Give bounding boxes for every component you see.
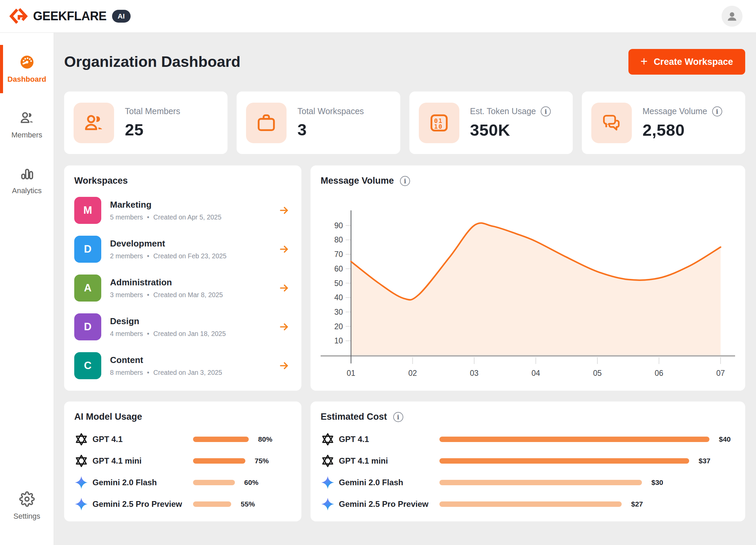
workspace-members: 2 members [110,252,143,260]
workspace-meta: 3 members • Created on Mar 8, 2025 [110,291,223,299]
workspace-avatar: D [74,313,101,340]
svg-text:70: 70 [334,250,343,259]
svg-text:04: 04 [532,369,540,378]
stat-value: 3 [297,120,364,139]
model-bar [193,458,245,464]
workspace-row[interactable]: D Design 4 members • Created on Jan 18, … [74,313,291,340]
info-icon[interactable] [541,106,551,116]
model-usage-card: AI Model Usage GPT 4.1 80% GPT 4.1 mini … [64,401,301,521]
arrow-right-icon [278,360,290,371]
workspace-meta: 5 members • Created on Apr 5, 2025 [110,213,221,221]
svg-text:40: 40 [334,293,343,302]
workspace-open-button[interactable] [277,359,291,373]
gemini-icon [321,497,339,511]
info-icon[interactable] [400,176,410,186]
svg-text:10: 10 [334,336,343,345]
arrow-right-icon [278,282,290,294]
svg-text:01: 01 [347,369,355,378]
model-bar-value: 60% [244,478,259,487]
workspace-open-button[interactable] [277,320,291,334]
sidebar: Dashboard Members Analytics Settings [0,33,54,545]
workspace-name: Marketing [110,200,221,210]
workspace-meta: 4 members • Created on Jan 18, 2025 [110,330,226,338]
stat-label: Total Workspaces [297,106,364,116]
create-workspace-button[interactable]: + Create Workspace [628,49,745,75]
info-icon[interactable] [712,106,722,116]
message-volume-card: Message Volume 1020304050607080900102030… [310,165,745,391]
dot-separator: • [147,330,150,338]
stat-value: 350K [470,121,551,139]
plus-icon: + [641,55,648,68]
workspace-row[interactable]: C Content 8 members • Created on Jan 3, … [74,352,291,379]
model-bar [193,501,231,507]
workspace-row[interactable]: A Administration 3 members • Created on … [74,275,291,302]
model-name: GPT 4.1 [339,435,439,444]
model-bar-value: $37 [699,457,710,465]
workspace-name: Design [110,316,226,327]
analytics-icon [19,166,35,181]
sidebar-item-label: Members [11,131,43,139]
geekflare-logo-icon [9,6,28,26]
workspace-members: 3 members [110,291,143,299]
workspace-avatar: A [74,275,101,302]
workspace-created: Created on Apr 5, 2025 [153,213,221,221]
svg-text:30: 30 [334,308,343,316]
settings-icon [19,491,35,507]
model-row: GPT 4.1 $40 [321,432,735,446]
dot-separator: • [147,213,150,221]
gemini-icon [321,475,339,490]
workspace-row[interactable]: D Development 2 members • Created on Feb… [74,236,291,263]
gemini-icon [74,497,92,511]
workspace-open-button[interactable] [277,281,291,295]
sidebar-item-members[interactable]: Members [0,101,54,149]
arrow-right-icon [278,205,290,216]
workspace-members: 5 members [110,213,143,221]
model-bar-value: $30 [651,478,663,487]
arrow-right-icon [278,321,290,333]
info-icon[interactable] [393,412,403,422]
workspace-created: Created on Jan 3, 2025 [153,369,222,377]
workspace-row[interactable]: M Marketing 5 members • Created on Apr 5… [74,197,291,224]
openai-icon [74,454,92,468]
main-content: Organization Dashboard + Create Workspac… [54,33,756,545]
stat-card: Message Volume 2,580 [582,92,745,154]
estimated-cost-title: Estimated Cost [321,412,387,422]
person-icon [725,9,739,23]
stat-label: Est. Token Usage [470,106,536,116]
svg-text:90: 90 [334,221,343,230]
brand-logo[interactable]: GEEKFLARE AI [9,6,131,26]
model-bar-value: 80% [258,435,272,443]
model-name: Gemini 2.0 Flash [339,478,439,487]
message-volume-chart-title: Message Volume [321,176,394,186]
workspace-name: Administration [110,277,223,288]
gauge-icon [19,54,35,70]
svg-text:05: 05 [593,369,602,378]
workspace-open-button[interactable] [277,242,291,256]
workspace-name: Development [110,238,226,249]
brand-ai-badge: AI [112,10,131,23]
arrow-right-icon [278,243,290,255]
briefcase-icon [246,103,287,143]
members-icon [74,103,114,143]
svg-text:02: 02 [408,369,417,378]
workspace-members: 4 members [110,330,143,338]
workspace-open-button[interactable] [277,203,291,217]
sidebar-item-label: Settings [14,512,40,521]
gemini-icon [74,475,92,490]
dot-separator: • [147,252,150,260]
sidebar-item-analytics[interactable]: Analytics [0,156,54,205]
model-bar [439,458,689,464]
svg-text:07: 07 [716,369,725,378]
model-bar [193,480,235,485]
page-title: Organization Dashboard [64,53,241,71]
openai-icon [321,454,339,468]
stat-card: Total Workspaces 3 [237,92,400,154]
brand-name: GEEKFLARE [33,9,107,23]
sidebar-item-settings[interactable]: Settings [0,482,54,530]
workspace-meta: 2 members • Created on Feb 23, 2025 [110,252,226,260]
message-volume-chart: 10203040506070809001020304050607 [321,191,735,381]
svg-text:10: 10 [434,123,443,130]
sidebar-item-dashboard[interactable]: Dashboard [0,45,54,93]
model-name: Gemini 2.5 Pro Preview [92,499,193,509]
user-avatar[interactable] [722,6,742,27]
